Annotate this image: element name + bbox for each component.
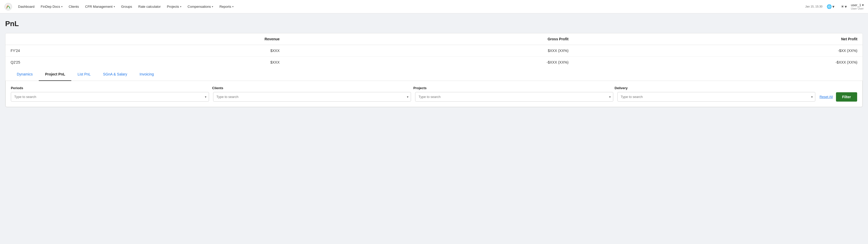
filter-labels: Periods Clients Projects Delivery [11,86,857,90]
clients-search-input[interactable] [213,92,411,101]
navbar-right: Jan 15, 15:30 🌐 ▾ ☀ ▾ user_1 ▾ User User [805,3,864,10]
tab-invoicing[interactable]: Invoicing [133,68,160,81]
svg-point-0 [5,3,12,10]
summary-table: Revenue Gross Profit Net Profit FY'24 $X… [5,33,863,68]
filter-inputs: ▾ ▾ ▾ ▾ Reset All Filter [11,92,857,101]
row-label: Q2'25 [5,57,57,68]
nav-groups[interactable]: Groups [119,3,135,10]
net-profit-value: -$XX (XX%) [574,45,863,57]
chevron-down-icon: ▾ [61,5,63,8]
chevron-down-icon: ▾ [212,5,213,8]
tabs-row: Dynamics Project PnL List PnL SGnA & Sal… [5,68,863,81]
clients-filter-wrap: ▾ [213,92,411,101]
tab-dynamics[interactable]: Dynamics [10,68,39,81]
delivery-label: Delivery [615,86,812,90]
nav-cfr-management[interactable]: CFR Management ▾ [83,3,118,10]
projects-filter-wrap: ▾ [415,92,613,101]
periods-filter-wrap: ▾ [11,92,209,101]
reset-all-button[interactable]: Reset All [819,95,833,99]
globe-icon: 🌐 [827,4,832,9]
row-label: FY'24 [5,45,57,57]
table-row: FY'24 $XXX $XXX (XX%) -$XX (XX%) [5,45,863,57]
gross-profit-value: -$XXX (XX%) [285,57,574,68]
tab-list-pnl[interactable]: List PnL [71,68,97,81]
nav-menu: Dashboard FinDep Docs ▾ Clients CFR Mana… [16,3,805,10]
chevron-down-icon: ▾ [832,4,834,9]
nav-compensations[interactable]: Compensations ▾ [185,3,216,10]
net-profit-header: Net Profit [574,33,863,45]
page-content: PnL Revenue Gross Profit Net Profit FY'2… [0,13,868,114]
periods-label: Periods [11,86,208,90]
delivery-filter-wrap: ▾ [617,92,815,101]
clients-label: Clients [212,86,409,90]
user-role-label: User User [851,7,864,10]
gross-profit-value: $XXX (XX%) [285,45,574,57]
chevron-down-icon: ▾ [114,5,115,8]
tab-sgna-salary[interactable]: SGnA & Salary [97,68,133,81]
nav-rate-calculator[interactable]: Rate calculator [135,3,163,10]
net-profit-value: -$XXX (XX%) [574,57,863,68]
summary-section: Revenue Gross Profit Net Profit FY'24 $X… [5,33,863,68]
filter-section: Periods Clients Projects Delivery ▾ ▾ ▾ [5,81,863,107]
tab-project-pnl[interactable]: Project PnL [39,68,71,81]
revenue-value: $XXX [57,57,285,68]
sun-icon: ☀ [841,4,844,9]
nav-findep-docs[interactable]: FinDep Docs ▾ [38,3,65,10]
revenue-header: Revenue [57,33,285,45]
delivery-search-input[interactable] [617,92,815,101]
chevron-down-icon: ▾ [180,5,181,8]
nav-reports[interactable]: Reports ▾ [217,3,236,10]
user-name-label: user_1 ▾ [851,3,864,7]
datetime-display: Jan 15, 15:30 [805,5,823,8]
table-row: Q2'25 $XXX -$XXX (XX%) -$XXX (XX%) [5,57,863,68]
gross-profit-header: Gross Profit [285,33,574,45]
projects-label: Projects [413,86,611,90]
navbar: Dashboard FinDep Docs ▾ Clients CFR Mana… [0,0,868,13]
nav-clients[interactable]: Clients [66,3,82,10]
nav-projects[interactable]: Projects ▾ [164,3,184,10]
nav-dashboard[interactable]: Dashboard [16,3,37,10]
col-label-header [5,33,57,45]
filter-button[interactable]: Filter [836,92,857,101]
theme-button[interactable]: ☀ ▾ [839,3,849,10]
globe-button[interactable]: 🌐 ▾ [825,3,836,10]
app-logo[interactable] [4,3,12,11]
main-card: Revenue Gross Profit Net Profit FY'24 $X… [5,33,863,107]
revenue-value: $XXX [57,45,285,57]
page-title: PnL [5,20,863,28]
filter-actions: Reset All Filter [819,92,857,101]
chevron-down-icon: ▾ [232,5,234,8]
chevron-down-icon: ▾ [845,4,847,9]
user-menu[interactable]: user_1 ▾ User User [851,3,864,10]
periods-search-input[interactable] [11,92,209,101]
projects-search-input[interactable] [415,92,613,101]
